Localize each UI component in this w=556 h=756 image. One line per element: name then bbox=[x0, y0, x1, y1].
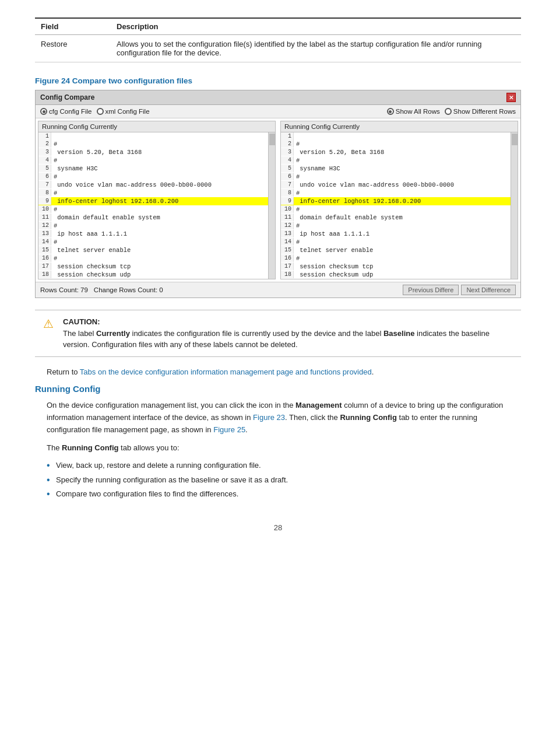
para1-link1[interactable]: Figure 23 bbox=[253, 413, 285, 422]
radio-diff-label: Show Different Rows bbox=[453, 108, 516, 115]
line-content: session checksum udp bbox=[51, 271, 268, 279]
dialog-title: Config Compare bbox=[40, 93, 94, 102]
line-number: 4 bbox=[38, 156, 51, 164]
line-content: session checksum tcp bbox=[51, 262, 268, 271]
line-content: # bbox=[51, 173, 268, 181]
prev-difference-button[interactable]: Previous Differe bbox=[403, 285, 459, 295]
code-line: 18 session checksum udp bbox=[38, 271, 268, 279]
radio-all-circle bbox=[387, 108, 394, 115]
line-content: # bbox=[294, 238, 511, 246]
line-number: 14 bbox=[281, 238, 294, 246]
radio-cfg-config-file[interactable]: cfg Config File bbox=[40, 108, 92, 115]
code-line: 15 telnet server enable bbox=[281, 246, 511, 254]
line-number: 1 bbox=[281, 132, 294, 140]
line-content: # bbox=[51, 140, 268, 148]
code-line: 7 undo voice vlan mac-address 00e0-bb00-… bbox=[281, 181, 511, 189]
right-scroll-thumb bbox=[512, 134, 518, 145]
right-panel: Running Config Currently 12#3 version 5.… bbox=[280, 121, 518, 279]
caution-body: The label Currently indicates the config… bbox=[63, 329, 490, 349]
bullet-text: Specify the running configuration as the… bbox=[56, 474, 288, 486]
code-line: 11 domain default enable system bbox=[281, 214, 511, 222]
right-panel-header: Running Config Currently bbox=[281, 121, 518, 132]
line-content: sysname H3C bbox=[294, 164, 511, 173]
return-prefix: Return to bbox=[47, 368, 80, 376]
line-content: info-center loghost 192.168.0.200 bbox=[51, 197, 268, 205]
line-content: # bbox=[51, 205, 268, 214]
line-number: 3 bbox=[281, 148, 294, 156]
footer-left: Rows Count: 79 Change Rows Count: 0 bbox=[40, 286, 163, 293]
line-number: 4 bbox=[281, 156, 294, 164]
table-cell-description: Allows you to set the configuration file… bbox=[111, 35, 521, 62]
line-content: domain default enable system bbox=[294, 214, 511, 222]
running-config-paragraph1: On the device configuration management l… bbox=[47, 400, 521, 436]
line-number: 1 bbox=[38, 132, 51, 140]
line-content: telnet server enable bbox=[294, 246, 511, 254]
radio-show-all-rows[interactable]: Show All Rows bbox=[387, 108, 440, 115]
line-content: # bbox=[51, 254, 268, 262]
bullet-dot: • bbox=[47, 474, 52, 485]
line-number: 11 bbox=[281, 214, 294, 221]
code-line: 13 ip host aaa 1.1.1.1 bbox=[281, 230, 511, 238]
para1-bold2: Running Config bbox=[340, 413, 396, 422]
change-rows-label: Change Rows Count: 0 bbox=[94, 286, 163, 293]
bullet-text: Compare two configuration files to find … bbox=[56, 488, 238, 500]
right-scrollbar[interactable] bbox=[511, 132, 518, 279]
next-difference-button[interactable]: Next Difference bbox=[461, 285, 516, 295]
field-description-table: Field Description RestoreAllows you to s… bbox=[35, 18, 521, 62]
code-line: 4# bbox=[281, 156, 511, 164]
line-number: 6 bbox=[281, 173, 294, 180]
code-line: 4# bbox=[38, 156, 268, 164]
line-number: 16 bbox=[281, 254, 294, 262]
line-number: 18 bbox=[38, 271, 51, 278]
line-content: # bbox=[294, 205, 511, 214]
return-link[interactable]: Tabs on the device configuration informa… bbox=[80, 368, 372, 376]
toolbar-left: cfg Config File xml Config File bbox=[40, 108, 150, 115]
line-content bbox=[51, 132, 268, 134]
col-field-header: Field bbox=[35, 18, 111, 35]
right-panel-content-wrapper: 12#3 version 5.20, Beta 31684#5 sysname … bbox=[281, 132, 518, 279]
para1-link2[interactable]: Figure 25 bbox=[213, 425, 245, 434]
caution-icon: ⚠ bbox=[43, 317, 57, 331]
para1-bold1: Management bbox=[295, 401, 342, 410]
bullet-text: View, back up, restore and delete a runn… bbox=[56, 460, 261, 471]
line-number: 6 bbox=[38, 173, 51, 180]
code-line: 3 version 5.20, Beta 3168 bbox=[38, 148, 268, 156]
para1-mid2: . Then, click the bbox=[285, 413, 340, 422]
line-content bbox=[294, 132, 511, 134]
bullet-dot: • bbox=[47, 488, 52, 499]
line-number: 15 bbox=[281, 246, 294, 254]
radio-show-diff-rows[interactable]: Show Different Rows bbox=[445, 108, 516, 115]
line-number: 2 bbox=[281, 140, 294, 148]
radio-cfg-circle bbox=[40, 108, 47, 115]
code-line: 13 ip host aaa 1.1.1.1 bbox=[38, 230, 268, 238]
radio-xml-config-file[interactable]: xml Config File bbox=[97, 108, 150, 115]
line-number: 7 bbox=[38, 181, 51, 188]
code-line: 5 sysname H3C bbox=[38, 164, 268, 173]
line-content: ip host aaa 1.1.1.1 bbox=[294, 230, 511, 238]
table-cell-field: Restore bbox=[35, 35, 111, 62]
code-line: 15 telnet server enable bbox=[38, 246, 268, 254]
dialog-close-button[interactable]: ✕ bbox=[506, 93, 516, 102]
code-line: 9 info-center loghost 192.168.0.200 bbox=[38, 197, 268, 205]
radio-xml-label: xml Config File bbox=[105, 108, 150, 115]
line-content: ip host aaa 1.1.1.1 bbox=[51, 230, 268, 238]
line-number: 16 bbox=[38, 254, 51, 262]
bullet-dot: • bbox=[47, 460, 52, 471]
return-link-paragraph: Return to Tabs on the device configurati… bbox=[47, 366, 521, 379]
line-content: session checksum tcp bbox=[294, 262, 511, 271]
code-line: 17 session checksum tcp bbox=[38, 262, 268, 271]
line-content: undo voice vlan mac-address 00e0-bb00-00… bbox=[51, 181, 268, 189]
left-panel-lines: 12#3 version 5.20, Beta 31684#5 sysname … bbox=[38, 132, 268, 279]
line-content: version 5.20, Beta 3168 bbox=[51, 148, 268, 156]
line-number: 8 bbox=[281, 189, 294, 197]
line-number: 5 bbox=[281, 164, 294, 172]
line-content: telnet server enable bbox=[51, 246, 268, 254]
line-number: 11 bbox=[38, 214, 51, 221]
radio-cfg-label: cfg Config File bbox=[49, 108, 92, 115]
page-number: 28 bbox=[35, 523, 521, 532]
line-content: # bbox=[294, 140, 511, 148]
para1-end: . bbox=[245, 425, 248, 434]
code-line: 12# bbox=[281, 222, 511, 230]
para2-bold: Running Config bbox=[62, 443, 118, 452]
left-scrollbar[interactable] bbox=[268, 132, 275, 279]
